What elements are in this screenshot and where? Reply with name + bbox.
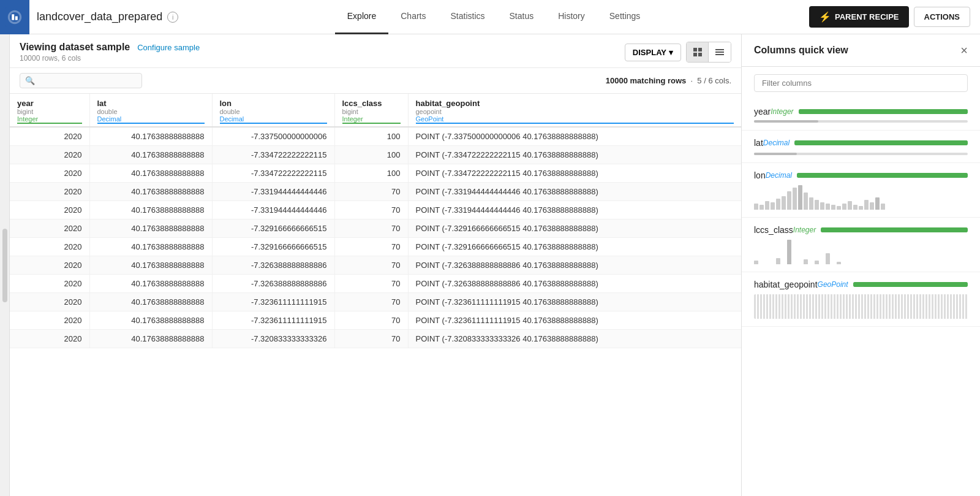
cell-lat: 40.17638888888888	[89, 293, 212, 311]
cell-lon: -7.331944444444446	[212, 201, 334, 219]
cell-year: 2020	[10, 146, 89, 164]
cell-geopoint: POINT (-7.326388888888886 40.17638888888…	[408, 256, 741, 275]
table-row: 2020 40.17638888888888 -7.32916666666651…	[10, 219, 741, 238]
cell-lat: 40.17638888888888	[89, 183, 212, 201]
svg-rect-7	[715, 54, 724, 55]
cell-lccs: 100	[334, 164, 408, 183]
table-row: 2020 40.17638888888888 -7.32083333333332…	[10, 330, 741, 348]
cell-geopoint: POINT (-7.334722222222115 40.17638888888…	[408, 164, 741, 183]
cell-year: 2020	[10, 293, 89, 311]
table-row: 2020 40.17638888888888 -7.33472222222211…	[10, 146, 741, 164]
grid-view-button[interactable]	[687, 42, 709, 62]
cell-lat: 40.17638888888888	[89, 127, 212, 146]
cell-lccs: 100	[334, 127, 408, 146]
geopoint-mini-display	[754, 294, 968, 319]
svg-rect-2	[698, 48, 702, 52]
cell-geopoint: POINT (-7.323611111111915 40.17638888888…	[408, 293, 741, 311]
cell-lon: -7.323611111111915	[212, 311, 334, 330]
search-bar: 🔍 10000 matching rows · 5 / 6 cols.	[10, 68, 741, 94]
dataset-meta: 10000 rows, 6 cols	[20, 54, 200, 63]
view-toggle	[686, 42, 731, 63]
cell-geopoint: POINT (-7.331944444444446 40.17638888888…	[408, 183, 741, 201]
cell-lat: 40.17638888888888	[89, 311, 212, 330]
info-icon[interactable]: i	[167, 12, 178, 23]
nav-charts[interactable]: Charts	[388, 0, 438, 34]
cell-geopoint: POINT (-7.331944444444446 40.17638888888…	[408, 201, 741, 219]
table-row: 2020 40.17638888888888 -7.32361111111191…	[10, 293, 741, 311]
dataset-title: Viewing dataset sample Configure sample	[20, 42, 200, 53]
svg-rect-4	[698, 53, 702, 56]
col-header-geopoint[interactable]: habitat_geopoint geopoint GeoPoint	[408, 94, 741, 127]
table-row: 2020 40.17638888888888 -7.32638888888888…	[10, 256, 741, 275]
cell-lccs: 70	[334, 183, 408, 201]
cell-lon: -7.323611111111915	[212, 293, 334, 311]
col-header-lat[interactable]: lat double Decimal	[89, 94, 212, 127]
close-button[interactable]: ×	[960, 44, 968, 56]
table-row: 2020 40.17638888888888 -7.32638888888888…	[10, 275, 741, 293]
cell-year: 2020	[10, 183, 89, 201]
cell-geopoint: POINT (-7.329166666666515 40.17638888888…	[408, 219, 741, 238]
content-area: Viewing dataset sample Configure sample …	[10, 34, 741, 496]
cell-geopoint: POINT (-7.320833333333326 40.17638888888…	[408, 330, 741, 348]
parent-recipe-button[interactable]: ⚡ PARENT RECIPE	[809, 6, 909, 28]
nav-history[interactable]: History	[546, 0, 597, 34]
cell-lccs: 70	[334, 330, 408, 348]
nav-explore[interactable]: Explore	[335, 0, 388, 34]
cell-lon: -7.337500000000006	[212, 127, 334, 146]
lon-histogram	[754, 185, 968, 210]
cell-lccs: 70	[334, 238, 408, 256]
cell-lon: -7.320833333333326	[212, 330, 334, 348]
col-quick-lat: lat Decimal	[742, 131, 980, 163]
nav-status[interactable]: Status	[497, 0, 546, 34]
cell-geopoint: POINT (-7.337500000000006 40.17638888888…	[408, 127, 741, 146]
display-button[interactable]: DISPLAY ▾	[625, 44, 681, 61]
scroll-indicator[interactable]	[0, 34, 10, 496]
list-view-button[interactable]	[709, 42, 731, 62]
topbar-actions: ⚡ PARENT RECIPE ACTIONS	[809, 6, 970, 28]
cell-year: 2020	[10, 219, 89, 238]
right-panel-header: Columns quick view ×	[742, 34, 980, 67]
cell-lat: 40.17638888888888	[89, 219, 212, 238]
col-header-lccs[interactable]: lccs_class bigint Integer	[334, 94, 408, 127]
cell-lon: -7.329166666666515	[212, 238, 334, 256]
data-table-container[interactable]: year bigint Integer lat double Decimal l…	[10, 94, 741, 496]
search-input[interactable]	[39, 76, 137, 85]
lightning-icon: ⚡	[819, 11, 831, 23]
svg-rect-6	[715, 52, 724, 53]
configure-sample-link[interactable]: Configure sample	[137, 43, 200, 52]
cell-year: 2020	[10, 275, 89, 293]
table-row: 2020 40.17638888888888 -7.33194444444444…	[10, 183, 741, 201]
scroll-thumb	[2, 229, 7, 302]
cell-lon: -7.329166666666515	[212, 219, 334, 238]
cell-lat: 40.17638888888888	[89, 201, 212, 219]
cell-lccs: 70	[334, 311, 408, 330]
nav-settings[interactable]: Settings	[597, 0, 653, 34]
filter-columns-input[interactable]	[762, 78, 960, 88]
col-quick-year: year Integer	[742, 99, 980, 131]
col-header-lon[interactable]: lon double Decimal	[212, 94, 334, 127]
main-layout: Viewing dataset sample Configure sample …	[0, 34, 980, 496]
chevron-down-icon: ▾	[669, 48, 673, 57]
table-row: 2020 40.17638888888888 -7.32361111111191…	[10, 311, 741, 330]
lccs-histogram	[754, 240, 968, 264]
cell-lat: 40.17638888888888	[89, 238, 212, 256]
nav-statistics[interactable]: Statistics	[438, 0, 497, 34]
actions-button[interactable]: ACTIONS	[914, 7, 971, 27]
cell-lccs: 70	[334, 256, 408, 275]
col-header-year[interactable]: year bigint Integer	[10, 94, 89, 127]
cell-lat: 40.17638888888888	[89, 164, 212, 183]
filter-input-wrap[interactable]	[754, 74, 968, 92]
cell-geopoint: POINT (-7.323611111111915 40.17638888888…	[408, 311, 741, 330]
cell-lat: 40.17638888888888	[89, 146, 212, 164]
data-table: year bigint Integer lat double Decimal l…	[10, 94, 741, 348]
cell-lat: 40.17638888888888	[89, 330, 212, 348]
col-quick-geopoint: habitat_geopoint GeoPoint	[742, 272, 980, 327]
cell-lccs: 70	[334, 293, 408, 311]
cell-geopoint: POINT (-7.326388888888886 40.17638888888…	[408, 275, 741, 293]
topbar: landcover_data_prepared i Explore Charts…	[0, 0, 980, 34]
search-input-wrap[interactable]: 🔍	[20, 73, 142, 88]
cell-year: 2020	[10, 127, 89, 146]
cell-year: 2020	[10, 238, 89, 256]
svg-rect-3	[693, 53, 697, 56]
cell-lon: -7.334722222222115	[212, 164, 334, 183]
